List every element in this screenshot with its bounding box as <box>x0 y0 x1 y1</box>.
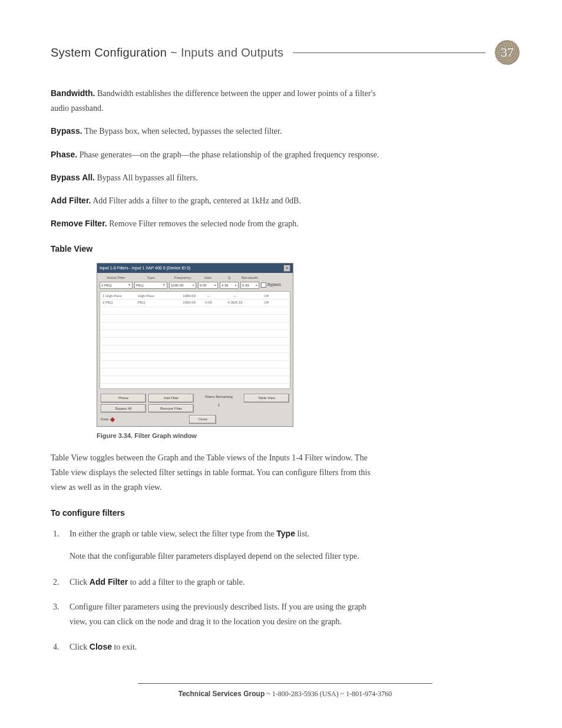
data-status-row: Data: Close <box>97 415 293 426</box>
filter-controls-row: Active Filter 2 PEQ▼ Type PEQ▼ Frequency… <box>97 273 293 290</box>
body-column: Bandwidth. Bandwidth establishes the dif… <box>51 86 381 655</box>
filter-graph-window: Input 1-8 Filters - Input 1 XAP 400 0 (D… <box>97 263 293 427</box>
bypass-checkbox[interactable] <box>261 282 266 288</box>
table-row[interactable]: 2 PEQ PEQ 1000.00 0.00 4.36/0.33 Off <box>101 299 289 306</box>
spinner-icon: ▴ <box>235 282 237 288</box>
close-button[interactable]: Close <box>189 415 216 424</box>
active-filter-dropdown[interactable]: 2 PEQ▼ <box>100 282 133 289</box>
def-add-filter: Add Filter. Add Filter adds a filter to … <box>51 193 381 208</box>
chevron-down-icon: ▼ <box>128 282 131 288</box>
type-dropdown[interactable]: PEQ▼ <box>134 282 167 289</box>
spinner-icon: ▴ <box>214 282 216 288</box>
label-frequency: Frequency <box>169 275 196 281</box>
spinner-icon: ▴ <box>256 282 257 288</box>
window-title: Input 1-8 Filters - Input 1 XAP 400 0 (D… <box>100 265 190 272</box>
filter-table: 1 High-Pass High-Pass 1000.00 — — Off 2 … <box>100 291 290 389</box>
step-2: Click Add Filter to add a filter to the … <box>61 575 381 590</box>
page-number: 37 <box>501 45 514 60</box>
step-1: In either the graph or table view, selec… <box>61 526 381 564</box>
q-spinner[interactable]: 4.36▴ <box>220 282 239 289</box>
page-footer: Technical Services Group ~ 1-800-283-593… <box>51 690 520 699</box>
step-1-note: Note that the configurable filter parame… <box>70 549 381 564</box>
bypass-all-button[interactable]: Bypass All <box>101 404 146 413</box>
header-title-strong: System Configuration <box>51 46 167 59</box>
filters-remaining-value: 2 <box>196 402 242 409</box>
configure-steps: In either the graph or table view, selec… <box>51 526 381 655</box>
close-icon[interactable]: × <box>283 265 290 272</box>
frequency-spinner[interactable]: 1000.00▴ <box>169 282 196 289</box>
footer-rule <box>138 683 432 684</box>
table-view-heading: Table View <box>51 242 381 256</box>
page-header: System Configuration ~ Inputs and Output… <box>51 40 520 65</box>
table-view-paragraph: Table View toggles between the Graph and… <box>51 450 381 495</box>
def-remove-filter: Remove Filter. Remove Filter removes the… <box>51 216 381 231</box>
gain-spinner[interactable]: 0.00▴ <box>198 282 218 289</box>
spinner-icon: ▴ <box>193 282 194 288</box>
data-label: Data: <box>101 416 109 423</box>
page-number-badge: 37 <box>495 40 520 65</box>
bandwidth-spinner[interactable]: 0.33▴ <box>240 282 259 289</box>
filters-remaining-label: Filters Remaining <box>196 394 242 400</box>
label-q: Q <box>220 275 239 281</box>
footer-group: Technical Services Group <box>178 690 265 698</box>
header-rule <box>293 52 485 53</box>
label-gain: Gain <box>198 275 218 281</box>
label-type: Type <box>134 275 167 281</box>
step-3: Configure filter parameters using the pr… <box>61 600 381 629</box>
def-bypass: Bypass. The Bypass box, when selected, b… <box>51 124 381 139</box>
def-bandwidth: Bandwidth. Bandwidth establishes the dif… <box>51 86 381 116</box>
label-bandwidth: Bandwidth <box>240 275 259 281</box>
def-phase: Phase. Phase generates—on the graph—the … <box>51 147 381 162</box>
figure-filter-graph-window: Input 1-8 Filters - Input 1 XAP 400 0 (D… <box>97 263 381 427</box>
label-active-filter: Active Filter <box>100 275 133 281</box>
footer-phone-alt: 1-801-974-3760 <box>346 690 392 698</box>
phase-button[interactable]: Phase <box>101 394 146 403</box>
header-title-sep: ~ <box>167 46 181 59</box>
chevron-down-icon: ▼ <box>163 282 166 288</box>
header-title: System Configuration ~ Inputs and Output… <box>51 46 283 60</box>
data-indicator-icon <box>110 417 115 422</box>
table-row[interactable]: 1 High-Pass High-Pass 1000.00 — — Off <box>101 293 289 299</box>
configure-filters-heading: To configure filters <box>51 506 381 521</box>
window-titlebar: Input 1-8 Filters - Input 1 XAP 400 0 (D… <box>97 263 293 274</box>
window-bottom-controls: Phase Bypass All Add Filter Remove Filte… <box>97 391 293 416</box>
step-4: Click Close to exit. <box>61 640 381 655</box>
def-bypass-all: Bypass All. Bypass All bypasses all filt… <box>51 170 381 185</box>
figure-caption: Figure 3.34. Filter Graph window <box>97 430 381 442</box>
remove-filter-button[interactable]: Remove Filter <box>148 404 194 413</box>
label-bypass: Bypass <box>267 281 281 289</box>
add-filter-button[interactable]: Add Filter <box>148 394 194 403</box>
footer-phone-usa: 1-800-283-5936 (USA) <box>272 690 339 698</box>
table-view-button[interactable]: Table View <box>244 394 289 403</box>
header-title-light: Inputs and Outputs <box>181 46 283 59</box>
